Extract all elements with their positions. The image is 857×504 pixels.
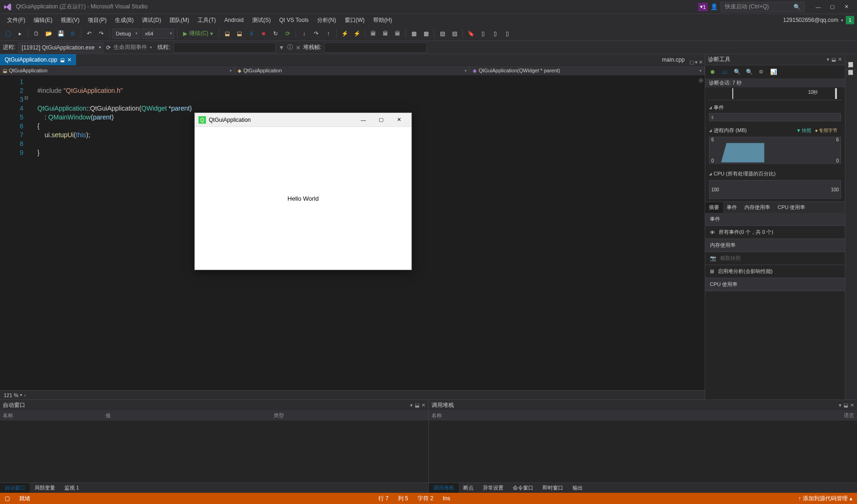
tab-close-all-icon[interactable]: ✕ [699, 59, 703, 65]
tab-menu-icon[interactable]: ▢ [689, 59, 694, 65]
tab-callstack[interactable]: 调用堆栈 [429, 483, 459, 493]
menu-tools[interactable]: 工具(T) [193, 14, 220, 26]
tool-icon-7[interactable]: ▦ [421, 28, 431, 39]
side-tab-team[interactable]: 团队资源管理器 [845, 62, 856, 70]
tool-icon-12[interactable]: ▯ [502, 28, 512, 39]
source-control-button[interactable]: ↑ 添加到源代码管理 ▴ [798, 495, 852, 503]
diag-zoom-in-icon[interactable]: 🔍 [732, 67, 742, 77]
diag-chart-icon[interactable]: 📊 [769, 67, 778, 77]
list-all-events[interactable]: 👁所有事件(0 个，共 0 个) [705, 226, 845, 239]
events-header[interactable]: 事件 [709, 102, 841, 113]
panel-pin-icon[interactable]: ⬓ [415, 402, 419, 408]
stop-icon[interactable]: ■ [258, 28, 269, 39]
tool-icon-2[interactable]: ⚡ [352, 28, 362, 39]
pause-icon[interactable]: ⏸ [246, 28, 256, 39]
feedback-icon[interactable]: 👤 [710, 3, 718, 10]
undo-icon[interactable]: ↶ [84, 28, 94, 39]
tab-watch1[interactable]: 监视 1 [60, 483, 84, 493]
nav-back-icon[interactable]: ◯ [3, 28, 13, 39]
tab-locals[interactable]: 局部变量 [30, 483, 60, 493]
diag-tab-events[interactable]: 事件 [723, 202, 741, 213]
menu-analyze[interactable]: 分析(N) [313, 14, 340, 26]
qt-titlebar[interactable]: Q QtGuiApplication — ▢ ✕ [195, 113, 411, 127]
tab-autos[interactable]: 自动窗口 [0, 483, 30, 493]
cpu-chart[interactable]: 100 100 [709, 180, 841, 199]
list-snapshot[interactable]: 📷截取快照 [705, 252, 845, 265]
new-project-icon[interactable]: 🗋 [31, 28, 42, 39]
tab-output[interactable]: 输出 [568, 483, 588, 493]
step-over-icon[interactable]: ↷ [311, 28, 321, 39]
nav-forward-icon[interactable]: ▸ [15, 28, 25, 39]
menu-android[interactable]: Android [220, 15, 248, 25]
tool-icon-9[interactable]: ▤ [449, 28, 460, 39]
diag-tab-summary[interactable]: 摘要 [705, 202, 723, 213]
maximize-button[interactable]: ▢ [825, 1, 839, 13]
tool-icon-5[interactable]: 🏛 [392, 28, 403, 39]
autos-body[interactable] [0, 420, 428, 483]
tool-icon-3[interactable]: 🏛 [368, 28, 378, 39]
stack-combo[interactable] [324, 42, 427, 53]
save-icon[interactable]: 💾 [56, 28, 66, 39]
diag-tab-memory[interactable]: 内存使用率 [741, 202, 774, 213]
menu-debug[interactable]: 调试(D) [138, 14, 165, 26]
tool-icon-8[interactable]: ▤ [437, 28, 447, 39]
zoom-value[interactable]: 121 % [4, 392, 18, 398]
col-value[interactable]: 值 [106, 412, 274, 419]
notification-flag[interactable]: ▾1 [698, 3, 708, 11]
tool-icon-1[interactable]: ⚡ [340, 28, 350, 39]
menu-team[interactable]: 团队(M) [165, 14, 193, 26]
menu-edit[interactable]: 编辑(E) [29, 14, 57, 26]
diag-record-icon[interactable]: ⏺ [708, 67, 717, 77]
panel-close-icon[interactable]: ✕ [421, 402, 425, 408]
break-all-icon[interactable]: ⬓ [222, 28, 232, 39]
nav-class[interactable]: ◆QtGuiApplication [235, 66, 470, 75]
tab-dropdown-icon[interactable]: ▾ [695, 59, 698, 65]
tab-breakpoints[interactable]: 断点 [459, 483, 478, 493]
mem-header[interactable]: 进程内存 (MB) [709, 125, 793, 136]
fold-icon[interactable]: ⊟ [24, 95, 28, 100]
thread-combo[interactable] [173, 42, 276, 53]
menu-build[interactable]: 生成(B) [111, 14, 138, 26]
col-type[interactable]: 类型 [274, 412, 284, 419]
panel-close-icon[interactable]: ✕ [850, 402, 854, 408]
diag-select-icon[interactable]: 🗂 [720, 67, 730, 77]
tool-icon-4[interactable]: 🏛 [380, 28, 390, 39]
tab-exceptions[interactable]: 异常设置 [478, 483, 508, 493]
menu-test[interactable]: 测试(S) [248, 14, 275, 26]
panel-dropdown-icon[interactable]: ▾ [410, 402, 413, 408]
menu-window[interactable]: 窗口(W) [340, 14, 369, 26]
qt-maximize-button[interactable]: ▢ [372, 114, 390, 126]
tab-immediate[interactable]: 即时窗口 [538, 483, 568, 493]
close-button[interactable]: ✕ [839, 1, 853, 13]
panel-dropdown-icon[interactable]: ▾ [839, 402, 842, 408]
pin-icon[interactable]: ⬓ [60, 57, 64, 63]
restart-icon[interactable]: ↻ [270, 28, 281, 39]
tool-icon-6[interactable]: ▦ [409, 28, 419, 39]
diag-timeline[interactable]: 10秒 [708, 87, 842, 100]
panel-pin-icon[interactable]: ⬓ [843, 402, 848, 408]
split-icon[interactable]: ⊕ [698, 77, 704, 84]
close-tab-icon[interactable]: ✕ [67, 57, 71, 63]
col-name2[interactable]: 名称 [432, 412, 844, 419]
step-out-icon[interactable]: ↑ [323, 28, 333, 39]
menu-view[interactable]: 视图(V) [57, 14, 84, 26]
shuffle-icon[interactable]: ⤨ [296, 44, 300, 51]
bookmark-icon[interactable]: 🔖 [466, 28, 476, 39]
callstack-body[interactable] [429, 420, 857, 483]
stop-debug-icon[interactable]: ⬓ [234, 28, 244, 39]
lifecycle-icon[interactable]: ⟳ [106, 44, 111, 51]
menu-qt[interactable]: Qt VS Tools [275, 15, 313, 25]
diag-dropdown-icon[interactable]: ▾ [827, 56, 829, 63]
no-issues-icon[interactable]: ◦ [24, 392, 26, 398]
redo-icon[interactable]: ↷ [96, 28, 106, 39]
diag-zoom-out-icon[interactable]: 🔍 [744, 67, 754, 77]
side-tab-solution[interactable]: 解决方案资源管理器 [845, 54, 856, 62]
qt-app-window[interactable]: Q QtGuiApplication — ▢ ✕ Hello World [194, 112, 412, 270]
process-combo[interactable]: [11912] QtGuiApplication.exe [18, 42, 103, 53]
diag-pin-icon[interactable]: ⬓ [831, 56, 836, 63]
config-combo[interactable]: Debug [113, 28, 140, 39]
diag-tab-cpu[interactable]: CPU 使用率 [774, 202, 809, 213]
quick-launch-input[interactable]: 快速启动 (Ctrl+Q) 🔍 [721, 2, 805, 12]
memory-chart[interactable]: 60 60 [709, 137, 841, 164]
filter-icon[interactable]: ▼ [279, 44, 284, 51]
